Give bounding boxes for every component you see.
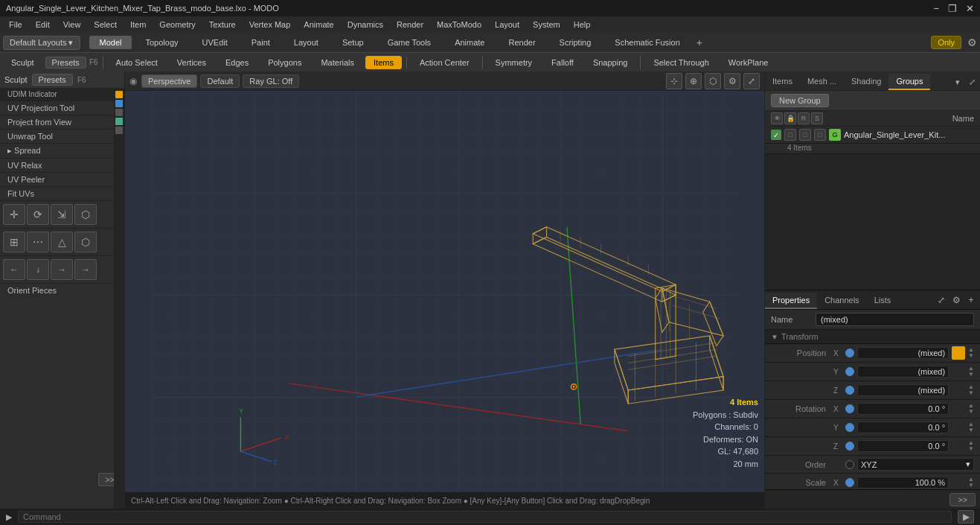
layout-tab-render[interactable]: Render — [498, 36, 545, 49]
menu-texture[interactable]: Texture — [203, 19, 242, 31]
menu-layout[interactable]: Layout — [489, 19, 525, 31]
viewport-3d[interactable]: X Y Z 4 Items Polygons : Subdiv Channels… — [125, 91, 764, 492]
menu-geometry[interactable]: Geometry — [153, 19, 201, 31]
layout-tab-schematic[interactable]: Schematic Fusion — [604, 36, 690, 49]
tab-arrow[interactable]: ▾ — [951, 74, 964, 90]
tab-shading[interactable]: Shading — [844, 74, 888, 90]
order-dropdown[interactable]: XYZ ▾ — [857, 458, 974, 471]
scale-x-input[interactable]: 100.0 % — [857, 477, 949, 489]
menu-select[interactable]: Select — [88, 19, 123, 31]
unwrap-tool[interactable]: Unwrap Tool — [0, 130, 124, 144]
orient-pieces[interactable]: Orient Pieces — [0, 284, 124, 297]
symmetry-button[interactable]: Symmetry — [487, 56, 541, 69]
props-expand[interactable]: ⤢ — [935, 294, 947, 306]
new-group-button[interactable]: New Group — [771, 94, 829, 107]
tool-icon-tri[interactable]: △ — [51, 232, 73, 252]
polygons-button[interactable]: Polygons — [260, 56, 310, 69]
rotation-x-input[interactable]: 0.0 ° — [857, 403, 949, 415]
position-y-radio[interactable] — [845, 367, 854, 376]
layout-settings-button[interactable]: ⚙ — [967, 36, 977, 48]
name-value[interactable]: (mixed) — [816, 313, 974, 326]
left-presets-button[interactable]: Presets — [32, 74, 73, 86]
snapping-button[interactable]: Snapping — [585, 56, 636, 69]
viewport-icon-orbit[interactable]: ⊹ — [666, 73, 682, 89]
viewport-icon-frame[interactable]: ⬡ — [705, 73, 721, 89]
position-z-input[interactable]: (mixed) — [857, 384, 949, 396]
menu-dynamics[interactable]: Dynamics — [342, 19, 389, 31]
rotation-y-down[interactable]: ▼ — [968, 427, 974, 433]
default-view-button[interactable]: Default — [200, 74, 240, 88]
tool-icon-dots[interactable]: ⋯ — [27, 232, 49, 252]
layout-add-button[interactable]: + — [696, 36, 702, 48]
rotation-y-input[interactable]: 0.0 ° — [857, 421, 949, 433]
nav-down-button[interactable]: ↓ — [27, 259, 49, 280]
layout-tab-animate[interactable]: Animate — [444, 36, 495, 49]
items-button[interactable]: Items — [365, 56, 402, 69]
ray-gl-button[interactable]: Ray GL: Off — [243, 74, 299, 88]
tool-icon-rotate[interactable]: ⟳ — [27, 204, 49, 225]
position-x-input[interactable]: (mixed) — [857, 347, 949, 359]
layout-tab-uvedit[interactable]: UVEdit — [192, 36, 238, 49]
layout-tab-paint[interactable]: Paint — [241, 36, 281, 49]
menu-vertex-map[interactable]: Vertex Map — [243, 19, 297, 31]
col-icon-lock[interactable]: 🔒 — [784, 112, 796, 124]
scale-x-down[interactable]: ▼ — [968, 483, 974, 489]
order-radio[interactable] — [845, 460, 854, 469]
tool-icon-hex[interactable]: ⬡ — [74, 232, 97, 252]
vertices-button[interactable]: Vertices — [169, 56, 214, 69]
col-icon-sub[interactable]: S — [811, 112, 823, 124]
menu-animate[interactable]: Animate — [298, 19, 339, 31]
rotation-z-input[interactable]: 0.0 ° — [857, 440, 949, 452]
layout-tab-scripting[interactable]: Scripting — [549, 36, 602, 49]
scale-x-radio[interactable] — [845, 478, 854, 487]
group-row-0[interactable]: ✓ □ □ □ G Angular_Single_Lever_Kit... — [765, 127, 980, 144]
layout-tab-topology[interactable]: Topology — [135, 36, 188, 49]
viewport-icon-expand[interactable]: ⤢ — [743, 73, 760, 89]
default-layouts-dropdown[interactable]: Default Layouts ▾ — [3, 36, 80, 50]
window-controls[interactable]: − ❐ ✕ — [933, 3, 974, 14]
tab-groups[interactable]: Groups — [888, 74, 930, 90]
falloff-button[interactable]: Falloff — [543, 56, 582, 69]
position-x-radio[interactable] — [845, 349, 854, 357]
tab-expand[interactable]: ⤢ — [964, 74, 980, 90]
menu-item[interactable]: Item — [124, 19, 152, 31]
sculpt-button[interactable]: Sculpt — [3, 56, 42, 69]
tab-mesh[interactable]: Mesh ... — [800, 74, 844, 90]
props-tab-properties[interactable]: Properties — [765, 293, 817, 309]
command-input[interactable] — [18, 511, 952, 523]
spread-tool[interactable]: ▸ Spread — [0, 144, 124, 159]
tool-icon-box[interactable]: ⬡ — [74, 204, 97, 225]
layout-tab-layout[interactable]: Layout — [284, 36, 329, 49]
edges-button[interactable]: Edges — [217, 56, 257, 69]
menu-file[interactable]: File — [3, 19, 28, 31]
nav-right-button[interactable]: → — [51, 259, 73, 280]
col-icon-eye[interactable]: 👁 — [771, 112, 783, 124]
auto-select-button[interactable]: Auto Select — [108, 56, 166, 69]
close-button[interactable]: ✕ — [966, 3, 974, 14]
fit-uvs-tool[interactable]: Fit UVs — [0, 187, 124, 201]
nav-right2-button[interactable]: → — [74, 259, 97, 280]
perspective-button[interactable]: Perspective — [141, 74, 197, 88]
uv-projection-tool[interactable]: UV Projection Tool — [0, 101, 124, 115]
props-settings[interactable]: ⚙ — [950, 294, 962, 306]
menu-edit[interactable]: Edit — [30, 19, 56, 31]
command-go-button[interactable]: ▶ — [958, 510, 974, 524]
right-bottom-button[interactable]: >> — [949, 493, 976, 506]
tool-icon-grid[interactable]: ⊞ — [3, 232, 25, 252]
rotation-x-radio[interactable] — [845, 404, 854, 413]
menu-render[interactable]: Render — [391, 19, 429, 31]
tool-icon-scale[interactable]: ⇲ — [51, 204, 73, 225]
minimize-button[interactable]: − — [933, 3, 939, 14]
maximize-button[interactable]: ❐ — [948, 3, 957, 14]
project-from-view[interactable]: Project from View — [0, 115, 124, 130]
position-z-radio[interactable] — [845, 386, 854, 395]
layout-tab-setup[interactable]: Setup — [332, 36, 374, 49]
rotation-x-down[interactable]: ▼ — [968, 409, 974, 415]
position-x-down[interactable]: ▼ — [968, 353, 974, 359]
position-z-down[interactable]: ▼ — [968, 390, 974, 396]
viewport-icon-settings[interactable]: ⚙ — [724, 73, 740, 89]
position-y-down[interactable]: ▼ — [968, 372, 974, 378]
menu-help[interactable]: Help — [568, 19, 597, 31]
props-add[interactable]: + — [965, 294, 977, 306]
menu-system[interactable]: System — [527, 19, 566, 31]
